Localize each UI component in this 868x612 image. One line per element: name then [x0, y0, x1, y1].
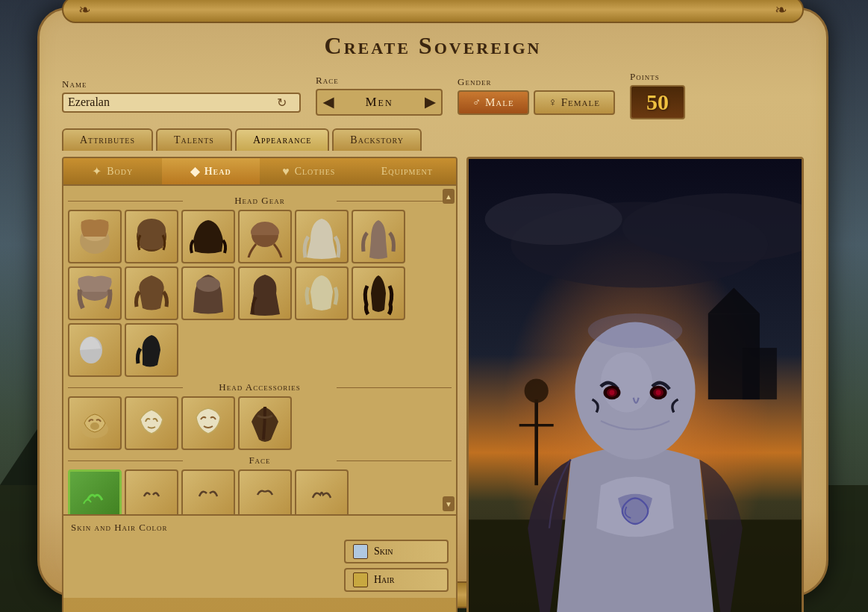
hair-svg-9 [186, 271, 231, 316]
acc-svg-4 [243, 401, 287, 446]
tab-appearance[interactable]: Appearance [235, 128, 329, 151]
head-icon: ◆ [190, 164, 200, 178]
svg-rect-24 [743, 348, 777, 399]
head-gear-item-3[interactable] [181, 210, 235, 263]
main-tabs: Attributes Talents Appearance Backstory [54, 128, 811, 151]
char-panel: ✦ Body ◆ Head ♥ Clothes Equipment [62, 157, 458, 612]
body-icon: ✦ [92, 164, 102, 178]
head-gear-item-10[interactable] [238, 266, 292, 320]
tab-talents[interactable]: Talents [156, 128, 232, 151]
hair-svg-10 [243, 271, 287, 316]
head-accessories-grid [68, 396, 452, 450]
subtab-head[interactable]: ◆ Head [162, 158, 260, 184]
head-gear-grid [68, 210, 452, 377]
hair-svg-2 [129, 214, 174, 259]
face-svg-1 [72, 474, 117, 514]
head-gear-item-1[interactable] [68, 210, 122, 263]
scroll-top: ❧ ❧ [62, 0, 804, 23]
face-grid [68, 469, 452, 514]
face-item-1[interactable] [68, 469, 122, 514]
face-svg-3 [186, 474, 231, 514]
head-gear-item-6[interactable] [352, 210, 405, 263]
name-refresh-button[interactable]: ↻ [277, 96, 287, 110]
name-input[interactable] [68, 96, 277, 109]
accessory-item-4[interactable] [238, 396, 292, 450]
hair-color-label: Hair [374, 574, 394, 586]
acc-svg-1 [72, 401, 117, 446]
face-item-4[interactable] [238, 469, 292, 514]
name-label: Name [62, 78, 301, 90]
face-label: Face [68, 455, 452, 466]
hair-svg-3 [186, 214, 231, 259]
face-svg-2 [129, 474, 174, 514]
head-gear-label: Head Gear [68, 195, 452, 207]
subtab-body[interactable]: ✦ Body [63, 158, 162, 184]
head-gear-item-13[interactable] [68, 323, 122, 377]
race-next-button[interactable]: ▶ [419, 94, 441, 110]
face-svg-5 [299, 474, 344, 514]
head-gear-item-5[interactable] [295, 210, 349, 263]
scroll-controls: ▲ ▼ [443, 189, 455, 511]
head-accessories-label: Head Accessories [68, 381, 452, 393]
color-options: Skin Hair [71, 540, 449, 592]
head-gear-item-8[interactable] [125, 266, 178, 320]
color-panel: Skin and Hair Color Skin Hair [63, 514, 456, 598]
race-field-group: Race ◀ Men ▶ [316, 75, 443, 116]
head-gear-item-12[interactable] [352, 266, 405, 320]
race-prev-button[interactable]: ◀ [317, 94, 340, 110]
subtab-equipment[interactable]: Equipment [358, 158, 457, 184]
page-title: Create Sovereign [54, 32, 811, 60]
accessory-item-2[interactable] [125, 396, 178, 450]
female-label: Female [561, 96, 600, 108]
clothes-icon: ♥ [282, 165, 290, 178]
race-label: Race [316, 75, 443, 87]
svg-point-27 [525, 379, 549, 403]
hair-svg-14 [129, 328, 174, 372]
equipment-label: Equipment [381, 166, 433, 178]
accessory-item-3[interactable] [181, 396, 235, 450]
sub-tabs: ✦ Body ◆ Head ♥ Clothes Equipment [63, 158, 456, 186]
clothes-label: Clothes [295, 166, 336, 178]
accessory-item-1[interactable] [68, 396, 122, 450]
svg-point-36 [609, 390, 614, 396]
skin-color-label: Skin [374, 546, 393, 558]
face-item-5[interactable] [295, 469, 349, 514]
skin-color-option[interactable]: Skin [344, 540, 449, 563]
gender-field-group: Gender ♂ Male ♀ Female [458, 76, 615, 115]
points-label: Points [630, 71, 685, 83]
gender-female-button[interactable]: ♀ Female [534, 90, 615, 115]
name-input-wrap[interactable]: ↻ [62, 93, 301, 113]
face-item-2[interactable] [125, 469, 178, 514]
portrait-panel [466, 157, 804, 612]
points-display: 50 [630, 85, 685, 119]
hair-svg-11 [299, 271, 344, 316]
head-gear-item-14[interactable] [125, 323, 178, 377]
svg-point-38 [588, 313, 683, 348]
scroll-down-button[interactable]: ▼ [443, 496, 455, 511]
head-gear-item-11[interactable] [295, 266, 349, 320]
gender-male-button[interactable]: ♂ Male [458, 90, 529, 115]
hair-color-option[interactable]: Hair [344, 568, 449, 592]
head-gear-item-2[interactable] [125, 210, 178, 263]
face-item-3[interactable] [181, 469, 235, 514]
tab-backstory[interactable]: Backstory [332, 128, 422, 151]
acc-svg-3 [186, 401, 231, 446]
hair-svg-5 [299, 214, 344, 259]
hair-color-swatch [353, 572, 368, 587]
head-gear-item-7[interactable] [68, 266, 122, 320]
scroll-up-button[interactable]: ▲ [443, 189, 455, 204]
color-panel-label: Skin and Hair Color [71, 522, 449, 534]
head-gear-item-4[interactable] [238, 210, 292, 263]
svg-point-37 [656, 390, 661, 396]
customization-grid: Head Gear [63, 186, 456, 514]
hair-svg-12 [356, 271, 401, 316]
race-selector: ◀ Men ▶ [316, 89, 443, 116]
head-label: Head [204, 166, 231, 178]
tab-attributes[interactable]: Attributes [62, 128, 153, 151]
race-value: Men [340, 95, 419, 110]
points-value: 50 [646, 90, 669, 114]
hair-svg-6 [356, 214, 401, 259]
head-gear-item-9[interactable] [181, 266, 235, 320]
subtab-clothes[interactable]: ♥ Clothes [260, 158, 358, 184]
gender-label: Gender [458, 76, 615, 88]
